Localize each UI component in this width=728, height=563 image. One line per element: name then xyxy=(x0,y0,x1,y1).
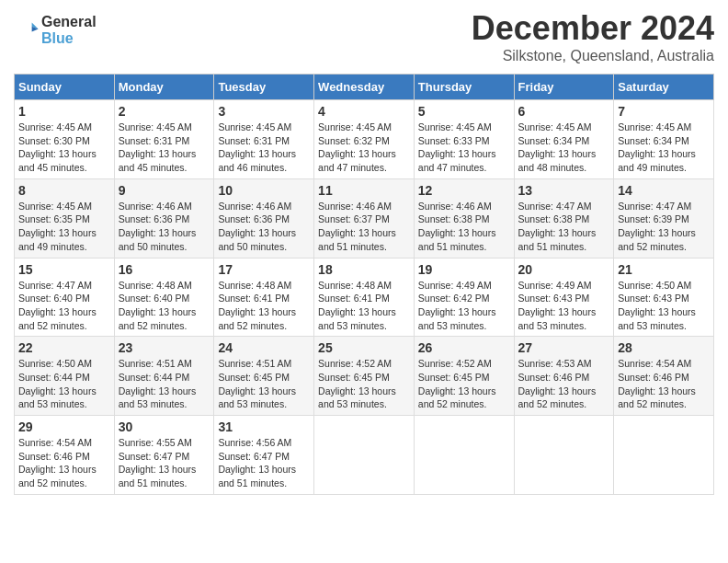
sunset-label: Sunset: 6:35 PM xyxy=(18,213,90,224)
sunrise-label: Sunrise: 4:45 AM xyxy=(618,121,691,132)
day-info: Sunrise: 4:49 AM Sunset: 6:42 PM Dayligh… xyxy=(418,279,510,333)
calendar-body: 1 Sunrise: 4:45 AM Sunset: 6:30 PM Dayli… xyxy=(15,100,714,495)
calendar-cell: 16 Sunrise: 4:48 AM Sunset: 6:40 PM Dayl… xyxy=(114,258,214,337)
svg-rect-0 xyxy=(14,17,40,43)
logo-icon xyxy=(14,17,40,43)
weekday-header-sunday: Sunday xyxy=(15,75,115,100)
day-number: 6 xyxy=(518,104,610,119)
daylight-label: Daylight: 13 hours and 48 minutes. xyxy=(518,148,597,173)
sunset-label: Sunset: 6:40 PM xyxy=(18,293,90,304)
day-info: Sunrise: 4:48 AM Sunset: 6:40 PM Dayligh… xyxy=(119,279,210,333)
day-info: Sunrise: 4:45 AM Sunset: 6:31 PM Dayligh… xyxy=(119,121,210,175)
daylight-label: Daylight: 13 hours and 53 minutes. xyxy=(218,385,296,410)
month-title: December 2024 xyxy=(472,9,714,48)
calendar-cell xyxy=(414,416,514,495)
day-info: Sunrise: 4:45 AM Sunset: 6:31 PM Dayligh… xyxy=(218,121,310,175)
day-number: 14 xyxy=(618,183,710,198)
sunset-label: Sunset: 6:44 PM xyxy=(119,372,190,383)
logo-blue: Blue xyxy=(41,30,97,47)
day-number: 13 xyxy=(518,183,610,198)
calendar-cell: 28 Sunrise: 4:54 AM Sunset: 6:46 PM Dayl… xyxy=(614,337,714,416)
calendar-cell: 30 Sunrise: 4:55 AM Sunset: 6:47 PM Dayl… xyxy=(114,416,214,495)
sunrise-label: Sunrise: 4:52 AM xyxy=(318,358,392,369)
weekday-header-wednesday: Wednesday xyxy=(314,75,415,100)
day-number: 11 xyxy=(318,183,410,198)
sunset-label: Sunset: 6:46 PM xyxy=(618,372,689,383)
daylight-label: Daylight: 13 hours and 50 minutes. xyxy=(119,227,197,252)
day-number: 26 xyxy=(418,340,510,355)
daylight-label: Daylight: 13 hours and 46 minutes. xyxy=(218,148,296,173)
weekday-header-tuesday: Tuesday xyxy=(214,75,314,100)
day-info: Sunrise: 4:54 AM Sunset: 6:46 PM Dayligh… xyxy=(18,436,110,490)
calendar-cell: 25 Sunrise: 4:52 AM Sunset: 6:45 PM Dayl… xyxy=(314,337,415,416)
day-number: 25 xyxy=(318,340,410,355)
day-number: 19 xyxy=(418,262,510,277)
title-area: December 2024 Silkstone, Queensland, Aus… xyxy=(472,9,714,64)
sunset-label: Sunset: 6:41 PM xyxy=(318,293,390,304)
sunset-label: Sunset: 6:30 PM xyxy=(18,135,90,146)
sunrise-label: Sunrise: 4:51 AM xyxy=(119,358,192,369)
day-number: 27 xyxy=(518,340,610,355)
day-number: 18 xyxy=(318,262,410,277)
day-number: 28 xyxy=(618,340,710,355)
day-info: Sunrise: 4:45 AM Sunset: 6:33 PM Dayligh… xyxy=(418,121,510,175)
sunset-label: Sunset: 6:44 PM xyxy=(18,372,90,383)
calendar-cell: 2 Sunrise: 4:45 AM Sunset: 6:31 PM Dayli… xyxy=(114,100,214,179)
day-number: 5 xyxy=(418,104,510,119)
calendar-week-row: 15 Sunrise: 4:47 AM Sunset: 6:40 PM Dayl… xyxy=(15,258,714,337)
day-number: 4 xyxy=(318,104,410,119)
calendar-cell: 1 Sunrise: 4:45 AM Sunset: 6:30 PM Dayli… xyxy=(15,100,115,179)
day-info: Sunrise: 4:48 AM Sunset: 6:41 PM Dayligh… xyxy=(318,279,410,333)
daylight-label: Daylight: 13 hours and 51 minutes. xyxy=(518,227,597,252)
daylight-label: Daylight: 13 hours and 51 minutes. xyxy=(418,227,496,252)
day-info: Sunrise: 4:55 AM Sunset: 6:47 PM Dayligh… xyxy=(119,436,210,490)
daylight-label: Daylight: 13 hours and 53 minutes. xyxy=(318,306,396,331)
sunrise-label: Sunrise: 4:48 AM xyxy=(218,280,291,291)
sunset-label: Sunset: 6:43 PM xyxy=(518,293,590,304)
day-number: 12 xyxy=(418,183,510,198)
day-info: Sunrise: 4:45 AM Sunset: 6:35 PM Dayligh… xyxy=(18,200,110,254)
location-subtitle: Silkstone, Queensland, Australia xyxy=(472,48,714,64)
sunset-label: Sunset: 6:45 PM xyxy=(218,372,290,383)
calendar-cell: 15 Sunrise: 4:47 AM Sunset: 6:40 PM Dayl… xyxy=(15,258,115,337)
day-info: Sunrise: 4:56 AM Sunset: 6:47 PM Dayligh… xyxy=(218,436,310,490)
sunrise-label: Sunrise: 4:46 AM xyxy=(418,201,492,212)
sunset-label: Sunset: 6:47 PM xyxy=(119,451,190,462)
calendar-cell: 17 Sunrise: 4:48 AM Sunset: 6:41 PM Dayl… xyxy=(214,258,314,337)
calendar-cell: 29 Sunrise: 4:54 AM Sunset: 6:46 PM Dayl… xyxy=(15,416,115,495)
calendar-cell: 10 Sunrise: 4:46 AM Sunset: 6:36 PM Dayl… xyxy=(214,178,314,258)
calendar-cell: 14 Sunrise: 4:47 AM Sunset: 6:39 PM Dayl… xyxy=(614,178,714,258)
sunset-label: Sunset: 6:31 PM xyxy=(218,135,290,146)
sunset-label: Sunset: 6:46 PM xyxy=(18,451,90,462)
sunrise-label: Sunrise: 4:47 AM xyxy=(18,280,92,291)
day-info: Sunrise: 4:46 AM Sunset: 6:36 PM Dayligh… xyxy=(119,200,210,254)
daylight-label: Daylight: 13 hours and 45 minutes. xyxy=(119,148,197,173)
daylight-label: Daylight: 13 hours and 53 minutes. xyxy=(618,306,696,331)
calendar-cell: 12 Sunrise: 4:46 AM Sunset: 6:38 PM Dayl… xyxy=(414,178,514,258)
calendar-week-row: 8 Sunrise: 4:45 AM Sunset: 6:35 PM Dayli… xyxy=(15,178,714,258)
day-number: 9 xyxy=(119,183,210,198)
daylight-label: Daylight: 13 hours and 47 minutes. xyxy=(318,148,396,173)
day-info: Sunrise: 4:47 AM Sunset: 6:40 PM Dayligh… xyxy=(18,279,110,333)
daylight-label: Daylight: 13 hours and 49 minutes. xyxy=(18,227,97,252)
calendar-cell: 9 Sunrise: 4:46 AM Sunset: 6:36 PM Dayli… xyxy=(114,178,214,258)
sunrise-label: Sunrise: 4:52 AM xyxy=(418,358,492,369)
sunset-label: Sunset: 6:36 PM xyxy=(119,213,190,224)
sunrise-label: Sunrise: 4:46 AM xyxy=(318,201,392,212)
day-number: 21 xyxy=(618,262,710,277)
day-number: 20 xyxy=(518,262,610,277)
sunset-label: Sunset: 6:43 PM xyxy=(618,293,689,304)
day-number: 23 xyxy=(119,340,210,355)
weekday-header-thursday: Thursday xyxy=(414,75,514,100)
sunset-label: Sunset: 6:32 PM xyxy=(318,135,390,146)
day-info: Sunrise: 4:45 AM Sunset: 6:32 PM Dayligh… xyxy=(318,121,410,175)
day-info: Sunrise: 4:48 AM Sunset: 6:41 PM Dayligh… xyxy=(218,279,310,333)
sunrise-label: Sunrise: 4:47 AM xyxy=(618,201,691,212)
day-number: 7 xyxy=(618,104,710,119)
day-number: 2 xyxy=(119,104,210,119)
sunrise-label: Sunrise: 4:45 AM xyxy=(218,121,291,132)
calendar-week-row: 29 Sunrise: 4:54 AM Sunset: 6:46 PM Dayl… xyxy=(15,416,714,495)
sunset-label: Sunset: 6:46 PM xyxy=(518,372,590,383)
day-info: Sunrise: 4:51 AM Sunset: 6:45 PM Dayligh… xyxy=(218,357,310,411)
calendar-cell: 26 Sunrise: 4:52 AM Sunset: 6:45 PM Dayl… xyxy=(414,337,514,416)
